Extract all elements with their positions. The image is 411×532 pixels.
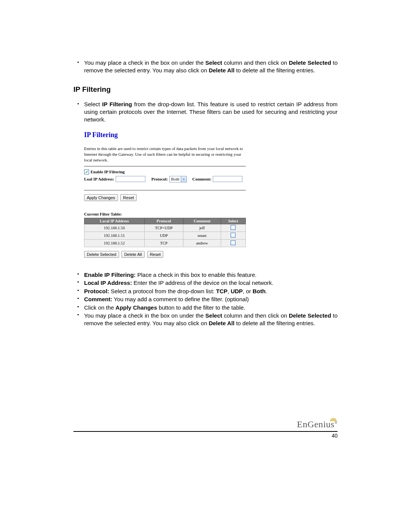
bold: Delete All [209,67,234,73]
explain-bullet: You may place a check in the box on unde… [84,312,338,327]
local-ip-input[interactable] [116,176,145,182]
page: You may place a check in the box on unde… [0,0,411,532]
bold: Apply Changes [116,304,157,311]
screenshot-intro: Entries in this table are used to restri… [84,146,246,163]
bold: TCP [216,288,228,294]
bold: Enable IP Filtering: [84,272,136,278]
filter-input-row: Loal IP Address: Protocol: Both ▾ Commen… [84,176,246,182]
delete-selected-button[interactable]: Delete Selected [84,251,119,258]
text: Enter the IP address of the device on th… [132,280,274,286]
ip-label: Loal IP Address: [84,177,114,181]
reset-button[interactable]: Reset [120,194,137,201]
cell-select [221,232,245,239]
text: Select [84,101,102,107]
cell-protocol: UDP [144,232,183,239]
row-select-checkbox[interactable] [231,233,236,238]
text: to delete all the filtering entries. [234,320,315,326]
explain-bullet: Local IP Address: Enter the IP address o… [84,279,338,287]
bold: Protocol: [84,288,109,294]
intro-bullet: You may place a check in the box on unde… [84,59,338,75]
cell-ip: 192.168.1.52 [84,239,145,247]
text: column and then click on [222,312,289,319]
text: , [228,288,231,294]
enable-label: Enable IP Filtering [91,169,125,174]
delete-all-button[interactable]: Delete All [121,251,144,258]
bold: Comment: [84,296,112,302]
table-caption: Current Filter Table: [84,212,246,216]
text: You may place a check in the box on unde… [84,312,206,319]
explain-list: Enable IP Filtering: Place a check in th… [73,271,338,327]
explain-bullet: Comment: You may add a comment to define… [84,296,338,303]
footer-divider [73,431,338,432]
brand-text-b: ius [323,419,335,430]
divider [84,166,246,166]
text: . [266,288,267,294]
cell-ip: 192.168.1.51 [84,232,145,239]
table-button-row: Delete Selected Delete All Reset [84,251,246,258]
bold: UDP [231,288,243,294]
table-row: 192.168.1.51 UDP susan [84,232,246,239]
cell-protocol: TCP+UDP [144,224,183,232]
wifi-icon [330,417,337,422]
footer: EnGenius ® 40 [73,419,338,439]
apply-row: Apply Changes Reset [84,194,246,201]
text: , or [243,288,253,294]
row-select-checkbox[interactable] [231,240,236,245]
text: column and then click on [222,59,289,66]
cell-comment: susan [183,232,221,239]
table-row: 192.168.1.50 TCP+UDP jeff [84,224,246,232]
brand-text-a: EnGen [297,419,323,429]
text: Place a check in this box to enable this… [136,272,257,278]
bold: Delete Selected [289,59,331,66]
intro-bullet-list: You may place a check in the box on unde… [73,59,338,75]
comment-label: Comment: [192,177,211,181]
enable-row: ✔ Enable IP Filtering [84,169,246,174]
section-intro: Select IP Filtering from the drop-down l… [84,101,338,124]
text: button to add the filter to the table. [157,304,245,311]
cell-select [221,224,245,232]
section-heading: IP Filtering [73,85,338,94]
screenshot-title: IP Filtering [84,131,246,139]
row-select-checkbox[interactable] [231,225,236,230]
cell-protocol: TCP [144,239,183,247]
th-protocol: Protocol [144,218,183,224]
page-number: 40 [73,433,338,439]
text: to delete all the filtering entries. [234,67,315,73]
enable-ip-filtering-checkbox[interactable]: ✔ [84,169,89,174]
table-row: 192.168.1.52 TCP andrew [84,239,246,247]
protocol-select[interactable]: Both ▾ [169,176,187,182]
reset-button-2[interactable]: Reset [147,251,164,258]
th-comment: Comment [183,218,221,224]
bold: Both [253,288,266,294]
protocol-label: Protocol: [151,177,168,181]
section-intro-list: Select IP Filtering from the drop-down l… [73,101,338,124]
th-select: Select [221,218,245,224]
bold: Delete Selected [289,312,331,319]
explain-bullet: Enable IP Filtering: Place a check in th… [84,271,338,279]
bold: Local IP Address: [84,280,132,286]
brand-logo: EnGenius ® [73,419,338,430]
comment-input[interactable] [213,176,242,182]
text: Select a protocol from the drop-down lis… [109,288,216,294]
divider [84,190,246,190]
cell-comment: andrew [183,239,221,247]
explain-bullet: Protocol: Select a protocol from the dro… [84,288,338,295]
cell-ip: 192.168.1.50 [84,224,145,232]
filter-table: Local IP Address Protocol Comment Select… [84,218,246,247]
screenshot-panel: IP Filtering Entries in this table are u… [84,131,246,258]
cell-select [221,239,245,247]
explain-bullet: Click on the Apply Changes button to add… [84,304,338,312]
bold: Delete All [209,320,234,326]
text: You may place a check in the box on unde… [84,59,206,66]
th-ip: Local IP Address [84,218,145,224]
text: Click on the [84,304,116,311]
bold: Select [206,59,222,66]
cell-comment: jeff [183,224,221,232]
apply-changes-button[interactable]: Apply Changes [84,194,118,201]
bold: IP Filtering [102,101,132,107]
table-header-row: Local IP Address Protocol Comment Select [84,218,246,224]
chevron-down-icon: ▾ [181,176,186,182]
text: You may add a comment to define the filt… [112,296,249,302]
protocol-value: Both [170,177,181,181]
bold: Select [206,312,222,319]
